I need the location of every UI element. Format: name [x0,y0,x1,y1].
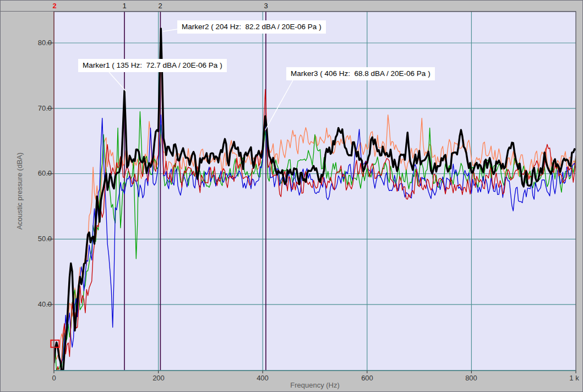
y-tick-label: 50.0 [29,235,52,243]
marker-strip-number-3[interactable]: 3 [264,1,268,10]
marker-strip-number-2[interactable]: 2 [158,1,162,10]
y-axis-title: Acoustic pressure (dBA) [15,153,24,230]
x-axis-title: Frequency (Hz) [290,381,340,390]
y-tick-label: 60.0 [29,169,52,178]
y-tick-label: 70.0 [29,104,52,113]
y-tick-label: 80.0 [29,39,52,47]
x-tick-label: 400 [241,374,285,383]
marker3-callout[interactable]: Marker3 ( 406 Hz: 68.8 dBA / 20E-06 Pa ) [286,67,435,80]
marker2-callout[interactable]: Marker2 ( 204 Hz: 82.2 dBA / 20E-06 Pa ) [177,20,326,34]
x-tick-label: 600 [345,374,389,383]
x-tick-label: 800 [449,374,493,383]
spectrum-window: 80.0 70.0 60.0 50.0 40.0 0 200 400 600 8… [0,0,583,392]
marker-strip-number-1[interactable]: 1 [122,1,126,10]
x-tick-label: 0 [32,374,76,383]
cursor-number[interactable]: 2 [52,1,56,10]
x-tick-label: 1 k [552,374,583,383]
x-tick-label: 200 [137,374,181,383]
y-tick-label: 40.0 [29,300,52,309]
marker1-callout[interactable]: Marker1 ( 135 Hz: 72.7 dBA / 20E-06 Pa ) [78,59,227,72]
